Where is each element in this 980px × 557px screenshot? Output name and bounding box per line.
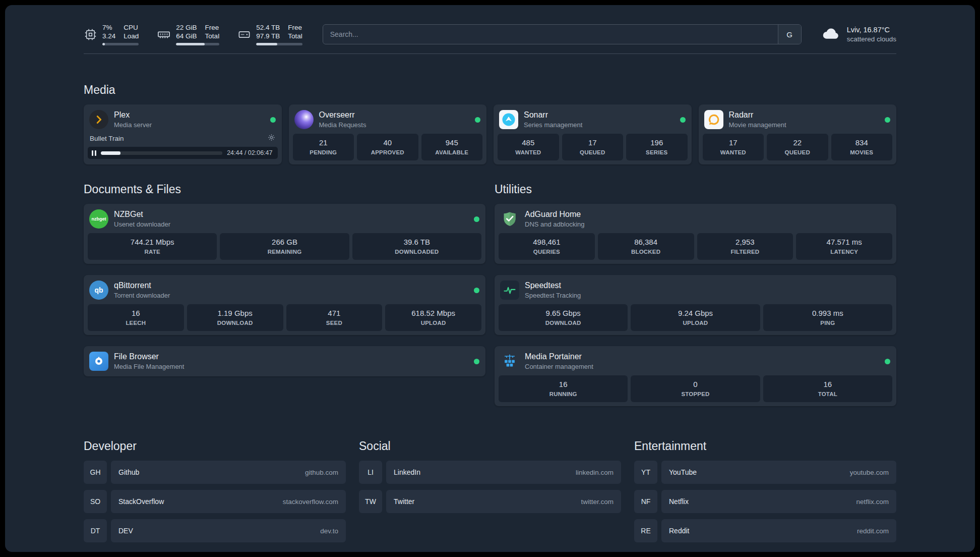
top-bar: 7% 3.24 CPU Load	[84, 23, 896, 45]
disk-icon	[237, 28, 251, 41]
stat-tile: 47.571 ms LATENCY	[796, 233, 892, 260]
service-subtitle: Movie management	[729, 121, 786, 129]
stat-tile: 9.24 Gbps UPLOAD	[631, 304, 760, 331]
stat-tile: 22 QUEUED	[767, 134, 828, 160]
player-settings-gear-icon[interactable]	[268, 134, 275, 143]
service-title: File Browser	[114, 352, 184, 362]
plex-icon	[89, 110, 108, 129]
service-stats: 498,461 QUERIES 86,384 BLOCKED 2,953 FIL…	[499, 233, 892, 260]
overseerr-icon	[294, 110, 314, 129]
bookmark-dev[interactable]: DT DEV dev.to	[84, 519, 346, 542]
stat-tile: 86,384 BLOCKED	[598, 233, 694, 260]
service-card-plex[interactable]: Plex Media server Bullet Train	[84, 104, 282, 164]
section-documents: Documents & Files nzbget NZBGet Usenet d…	[84, 182, 485, 406]
bookmark-group-developer: Developer GH Github github.com SO StackO…	[84, 438, 346, 548]
service-stats: 17 WANTED 22 QUEUED 834 MOVIES	[703, 134, 893, 160]
service-subtitle: Media server	[114, 121, 152, 129]
bookmark-url: linkedin.com	[576, 469, 614, 476]
memory-widget: 22 GiB 64 GiB Free Total	[157, 23, 219, 45]
status-dot	[885, 359, 890, 364]
stat-tile: 1.19 Gbps DOWNLOAD	[187, 304, 283, 331]
service-subtitle: Series management	[524, 121, 582, 129]
service-card-overseerr[interactable]: Overseerr Media Requests 21 PENDING 40 A…	[289, 104, 487, 164]
stat-tile: 945 AVAILABLE	[421, 134, 483, 160]
status-dot	[680, 117, 686, 123]
bookmark-stackoverflow[interactable]: SO StackOverflow stackoverflow.com	[84, 490, 346, 513]
disk-total: 97.9 TB	[256, 32, 280, 40]
bookmark-group-entertainment: Entertainment YT YouTube youtube.com NF …	[634, 438, 896, 548]
bookmark-netflix[interactable]: NF Netflix netflix.com	[634, 490, 896, 513]
bookmark-name: StackOverflow	[118, 497, 164, 506]
stat-tile: 485 WANTED	[498, 134, 559, 160]
service-subtitle: Media File Management	[114, 362, 184, 371]
service-card-radarr[interactable]: Radarr Movie management 17 WANTED 22 QUE…	[699, 104, 897, 164]
radarr-icon	[704, 110, 723, 129]
bookmark-twitter[interactable]: TW Twitter twitter.com	[359, 490, 621, 513]
service-stats: 16 LEECH 1.19 Gbps DOWNLOAD 471 SEED	[88, 304, 481, 331]
bookmark-url: stackoverflow.com	[283, 498, 338, 506]
bookmark-name: Reddit	[669, 527, 689, 535]
bookmark-linkedin[interactable]: LI LinkedIn linkedin.com	[359, 461, 621, 484]
service-card-adguard[interactable]: AdGuard Home DNS and adblocking 498,461 …	[495, 204, 896, 264]
weather-condition: scattered clouds	[847, 35, 896, 43]
bookmark-abbr: YT	[634, 461, 657, 484]
cloud-icon	[821, 23, 841, 45]
playback-progress	[101, 151, 222, 155]
stat-tile: 498,461 QUERIES	[499, 233, 595, 260]
service-title: Media Portainer	[525, 352, 593, 362]
service-subtitle: Usenet downloader	[114, 220, 170, 229]
cpu-load: 3.24	[102, 32, 115, 40]
section-title-utilities: Utilities	[495, 182, 896, 197]
weather-location: Lviv, 16.87°C	[847, 25, 896, 35]
stat-tile: 471 SEED	[286, 304, 383, 331]
disk-usage-bar	[256, 43, 302, 45]
stat-tile: 618.52 Mbps UPLOAD	[385, 304, 481, 331]
stat-tile: 0.993 ms PING	[763, 304, 892, 331]
sonarr-icon	[499, 110, 518, 129]
bookmark-url: github.com	[305, 469, 338, 476]
memory-label-bottom: Total	[205, 32, 220, 40]
disk-free: 52.4 TB	[256, 23, 280, 32]
status-dot	[885, 117, 890, 123]
bookmark-name: DEV	[118, 527, 133, 535]
bookmark-name: Github	[118, 468, 139, 476]
cpu-icon	[84, 28, 97, 41]
service-card-qbittorrent[interactable]: qb qBittorrent Torrent downloader 16 LEE…	[84, 275, 485, 335]
bookmark-reddit[interactable]: RE Reddit reddit.com	[634, 519, 896, 542]
status-dot	[475, 117, 480, 123]
section-title-documents: Documents & Files	[84, 182, 485, 197]
weather-widget: Lviv, 16.87°C scattered clouds	[821, 23, 896, 45]
service-card-sonarr[interactable]: Sonarr Series management 485 WANTED 17 Q…	[494, 104, 692, 164]
service-card-speedtest[interactable]: Speedtest Speedtest Tracking 9.65 Gbps D…	[495, 275, 896, 335]
service-stats: 9.65 Gbps DOWNLOAD 9.24 Gbps UPLOAD 0.99…	[499, 304, 892, 331]
bookmark-abbr: NF	[634, 490, 657, 513]
memory-free: 22 GiB	[176, 23, 197, 32]
status-dot	[474, 288, 479, 293]
service-card-filebrowser[interactable]: File Browser Media File Management	[84, 346, 485, 376]
search-bar: G	[323, 24, 802, 44]
bookmark-url: netflix.com	[856, 498, 889, 506]
stat-tile: 16 RUNNING	[499, 375, 628, 402]
qbittorrent-icon: qb	[89, 281, 108, 300]
stat-tile: 16 TOTAL	[763, 375, 892, 402]
cpu-label-top: CPU	[124, 23, 139, 32]
topbar-divider	[84, 53, 896, 54]
bookmark-abbr: SO	[84, 490, 107, 513]
bookmark-abbr: RE	[634, 519, 657, 542]
service-card-nzbget[interactable]: nzbget NZBGet Usenet downloader 744.21 M…	[84, 204, 485, 264]
stat-tile: 834 MOVIES	[831, 134, 893, 160]
resource-widgets: 7% 3.24 CPU Load	[84, 23, 302, 45]
dashboard: 7% 3.24 CPU Load	[5, 5, 975, 552]
bookmark-github[interactable]: GH Github github.com	[84, 461, 346, 484]
plex-now-playing: Bullet Train 24:44 / 02:06:4	[88, 134, 278, 159]
service-stats: 21 PENDING 40 APPROVED 945 AVAILABLE	[293, 134, 483, 160]
service-subtitle: Speedtest Tracking	[525, 291, 581, 300]
search-input[interactable]	[323, 25, 778, 44]
memory-usage-bar	[176, 43, 219, 45]
search-provider-button[interactable]: G	[778, 25, 801, 44]
memory-total: 64 GiB	[176, 32, 197, 40]
stat-tile: 21 PENDING	[293, 134, 354, 160]
bookmark-youtube[interactable]: YT YouTube youtube.com	[634, 461, 896, 484]
bookmark-group-title: Entertainment	[634, 438, 896, 454]
service-card-portainer[interactable]: Media Portainer Container management 16 …	[495, 346, 896, 406]
